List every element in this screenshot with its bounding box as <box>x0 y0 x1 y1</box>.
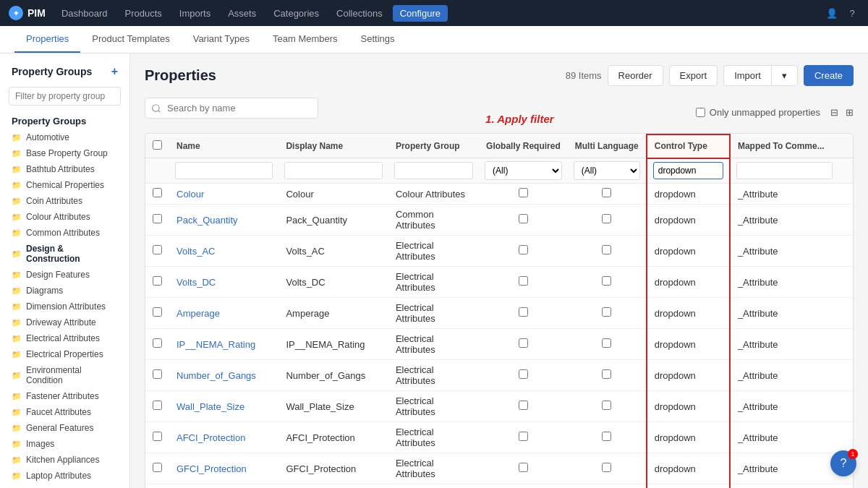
row-globally-required-checkbox[interactable] <box>519 369 528 379</box>
sidebar-item[interactable]: 📁Design & Construction <box>0 241 129 267</box>
help-badge[interactable]: ? 1 <box>830 450 856 476</box>
row-multi-language-checkbox[interactable] <box>602 307 611 317</box>
nav-imports[interactable]: Imports <box>172 5 218 22</box>
row-checkbox[interactable] <box>153 463 162 472</box>
subnav-variant-types[interactable]: Variant Types <box>182 26 261 53</box>
row-name-link[interactable]: GFCI_Protection <box>176 463 247 474</box>
row-checkbox[interactable] <box>153 276 162 286</box>
sidebar-item[interactable]: 📁Laptop Attributes <box>0 468 129 484</box>
sidebar-item[interactable]: 📁Images <box>0 436 129 452</box>
user-icon[interactable]: 👤 <box>825 6 839 20</box>
row-globally-required-checkbox[interactable] <box>519 188 528 197</box>
sidebar-item[interactable]: 📁Design Features <box>0 267 129 283</box>
row-name-link[interactable]: Volts_AC <box>176 246 215 257</box>
row-checkbox[interactable] <box>153 401 162 410</box>
sidebar-item[interactable]: 📁Automotive <box>0 129 129 145</box>
filter-display-name-input[interactable] <box>284 162 382 179</box>
create-button[interactable]: Create <box>804 65 854 86</box>
filter-globally-required-select[interactable]: (All)YesNo <box>485 161 562 180</box>
sidebar-item[interactable]: 📁LCD Wall <box>0 484 129 488</box>
row-name-link[interactable]: Colour <box>176 189 204 200</box>
sidebar-item[interactable]: 📁Colour Attributes <box>0 209 129 225</box>
import-dropdown-button[interactable]: ▾ <box>771 65 798 86</box>
row-multi-language-checkbox[interactable] <box>602 432 611 441</box>
row-name-link[interactable]: IP__NEMA_Rating <box>176 339 255 350</box>
row-multi-language-checkbox[interactable] <box>602 276 611 286</box>
subnav-properties[interactable]: Properties <box>14 26 80 53</box>
th-property-group: Property Group <box>388 134 479 158</box>
row-globally-required-cell <box>479 267 568 298</box>
search-input[interactable] <box>145 98 318 119</box>
row-checkbox[interactable] <box>153 338 162 348</box>
sidebar-item[interactable]: 📁Coin Attributes <box>0 193 129 209</box>
nav-collections[interactable]: Collections <box>329 5 390 22</box>
row-globally-required-checkbox[interactable] <box>519 338 528 348</box>
row-checkbox[interactable] <box>153 432 162 441</box>
row-name-link[interactable]: Volts_DC <box>176 277 216 288</box>
row-globally-required-checkbox[interactable] <box>519 401 528 410</box>
row-multi-language-checkbox[interactable] <box>602 463 611 472</box>
sidebar-item[interactable]: 📁Base Property Group <box>0 145 129 161</box>
row-multi-language-checkbox[interactable] <box>602 188 611 197</box>
filter-name-input[interactable] <box>175 162 273 179</box>
row-globally-required-checkbox[interactable] <box>519 307 528 317</box>
help-icon[interactable]: ? <box>845 6 859 20</box>
subnav-team-members[interactable]: Team Members <box>261 26 349 53</box>
sidebar-item[interactable]: 📁Kitchen Appliances <box>0 452 129 468</box>
reorder-button[interactable]: Reorder <box>608 65 663 86</box>
sidebar-item[interactable]: 📁Environmental Condition <box>0 362 129 388</box>
row-multi-language-checkbox[interactable] <box>602 401 611 410</box>
nav-assets[interactable]: Assets <box>221 5 263 22</box>
row-multi-language-checkbox[interactable] <box>602 338 611 348</box>
filter-multi-language-select[interactable]: (All)YesNo <box>574 161 640 180</box>
row-name-link[interactable]: Wall_Plate_Size <box>176 401 244 412</box>
row-globally-required-checkbox[interactable] <box>519 276 528 286</box>
row-globally-required-checkbox[interactable] <box>519 214 528 223</box>
row-name-link[interactable]: Pack_Quantity <box>176 215 238 226</box>
filter-control-type-input[interactable] <box>653 162 723 179</box>
row-checkbox[interactable] <box>153 369 162 379</box>
sidebar-item[interactable]: 📁Electrical Attributes <box>0 330 129 346</box>
sidebar-item[interactable]: 📁Bathtub Attributes <box>0 161 129 177</box>
row-checkbox[interactable] <box>153 188 162 197</box>
sidebar-item[interactable]: 📁Chemical Properties <box>0 177 129 193</box>
sidebar-item[interactable]: 📁Common Attributes <box>0 225 129 241</box>
export-button[interactable]: Export <box>669 65 718 86</box>
row-checkbox[interactable] <box>153 214 162 223</box>
filter-icon[interactable]: ⊟ <box>830 107 838 118</box>
subnav-settings[interactable]: Settings <box>349 26 407 53</box>
subnav-product-templates[interactable]: Product Templates <box>80 26 181 53</box>
row-name-link[interactable]: AFCI_Protection <box>176 432 245 443</box>
import-button[interactable]: Import <box>723 65 771 86</box>
row-globally-required-checkbox[interactable] <box>519 432 528 441</box>
row-multi-language-checkbox[interactable] <box>602 245 611 254</box>
select-all-checkbox[interactable] <box>153 140 162 150</box>
only-unmapped-checkbox[interactable] <box>696 108 705 117</box>
row-multi-language-checkbox[interactable] <box>602 369 611 379</box>
nav-configure[interactable]: Configure <box>393 5 448 22</box>
view-columns-icon[interactable]: ⊞ <box>846 107 854 118</box>
sidebar-item[interactable]: 📁Faucet Attributes <box>0 404 129 420</box>
sidebar-item[interactable]: 📁Diagrams <box>0 283 129 299</box>
row-checkbox[interactable] <box>153 307 162 317</box>
row-name-link[interactable]: Number_of_Gangs <box>176 370 256 381</box>
row-checkbox[interactable] <box>153 245 162 254</box>
sidebar-item[interactable]: 📁Fastener Attributes <box>0 388 129 404</box>
nav-dashboard[interactable]: Dashboard <box>54 5 115 22</box>
sidebar-add-icon[interactable]: + <box>111 65 118 78</box>
sidebar-item[interactable]: 📁General Features <box>0 420 129 436</box>
sidebar-search-input[interactable] <box>9 87 121 106</box>
sidebar-item[interactable]: 📁Electrical Properties <box>0 346 129 362</box>
row-globally-required-checkbox[interactable] <box>519 245 528 254</box>
nav-products[interactable]: Products <box>118 5 169 22</box>
row-name-link[interactable]: Amperage <box>176 308 220 319</box>
table-body: Colour Colour Colour Attributes dropdown… <box>145 184 853 489</box>
th-globally-required: Globally Required <box>479 134 568 158</box>
sidebar-item[interactable]: 📁Dimension Attributes <box>0 299 129 314</box>
row-globally-required-checkbox[interactable] <box>519 463 528 472</box>
sidebar-item[interactable]: 📁Driveway Attribute <box>0 314 129 330</box>
filter-property-group-input[interactable] <box>394 162 473 179</box>
filter-mapped-input[interactable] <box>736 162 833 179</box>
row-multi-language-checkbox[interactable] <box>602 214 611 223</box>
nav-categories[interactable]: Categories <box>266 5 326 22</box>
